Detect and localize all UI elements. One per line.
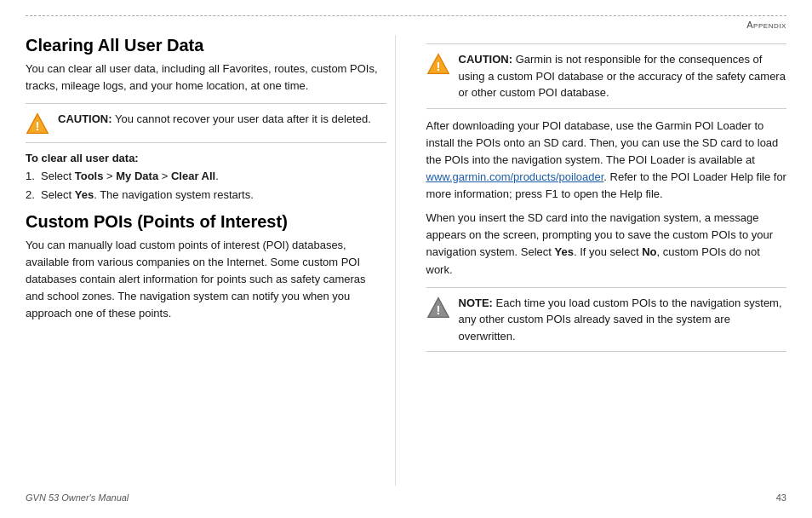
footer: GVN 53 Owner's Manual 43 bbox=[26, 492, 786, 503]
right-para2-yes: Yes bbox=[555, 245, 574, 258]
right-para1: After downloading your POI database, use… bbox=[426, 118, 787, 204]
note-rest: Each time you load custom POIs to the na… bbox=[459, 296, 782, 342]
right-para2-no: No bbox=[642, 245, 656, 258]
section1-intro: You can clear all user data, including a… bbox=[26, 60, 386, 95]
section2-title: Custom POIs (Points of Interest) bbox=[26, 211, 386, 232]
caution-icon-1: ! bbox=[26, 112, 49, 135]
note-box: ! NOTE: Each time you load custom POIs t… bbox=[426, 287, 787, 353]
svg-text:!: ! bbox=[436, 303, 440, 317]
caution-box-1: ! CAUTION: You cannot recover your user … bbox=[26, 103, 386, 143]
page: Appendix Clearing All User Data You can … bbox=[0, 0, 812, 518]
footer-page: 43 bbox=[776, 492, 786, 503]
instructions-list: Select Tools > My Data > Clear All. Sele… bbox=[26, 168, 386, 204]
svg-text:!: ! bbox=[436, 60, 440, 73]
right-column: ! CAUTION: Garmin is not responsible for… bbox=[423, 35, 787, 486]
caution-bold-1: CAUTION: bbox=[58, 112, 112, 125]
step1-mydata: My Data bbox=[116, 170, 158, 182]
caution-text-1: CAUTION: You cannot recover your user da… bbox=[58, 111, 371, 128]
section2-intro: You can manually load custom points of i… bbox=[26, 237, 386, 323]
svg-text:!: ! bbox=[36, 119, 40, 133]
section1-title: Clearing All User Data bbox=[26, 35, 386, 55]
caution-text-2: CAUTION: Garmin is not responsible for t… bbox=[459, 51, 787, 101]
step2-yes: Yes bbox=[75, 188, 94, 201]
poi-loader-link[interactable]: www.garmin.com/products/poiloader bbox=[426, 170, 604, 183]
note-text: NOTE: Each time you load custom POIs to … bbox=[459, 295, 787, 345]
step1-clearall: Clear All bbox=[171, 170, 215, 182]
step-2: Select Yes. The navigation system restar… bbox=[26, 187, 386, 204]
caution-rest-1: You cannot recover your user data after … bbox=[112, 112, 371, 125]
note-icon: ! bbox=[426, 296, 450, 319]
right-para2-mid: . If you select bbox=[574, 245, 642, 258]
caution-bold-2: CAUTION: bbox=[459, 53, 513, 66]
step-1: Select Tools > My Data > Clear All. bbox=[26, 168, 386, 185]
step1-tools: Tools bbox=[75, 170, 104, 182]
columns: Clearing All User Data You can clear all… bbox=[26, 35, 786, 486]
appendix-label: Appendix bbox=[26, 15, 786, 30]
right-para1-before: After downloading your POI database, use… bbox=[426, 119, 779, 166]
right-para2: When you insert the SD card into the nav… bbox=[426, 210, 787, 279]
caution-icon-2: ! bbox=[426, 52, 450, 76]
caution-box-2: ! CAUTION: Garmin is not responsible for… bbox=[426, 43, 787, 109]
note-bold: NOTE: bbox=[459, 296, 493, 309]
left-column: Clearing All User Data You can clear all… bbox=[26, 35, 396, 486]
instructions-title: To clear all user data: bbox=[26, 152, 386, 164]
footer-left: GVN 53 Owner's Manual bbox=[26, 492, 129, 503]
